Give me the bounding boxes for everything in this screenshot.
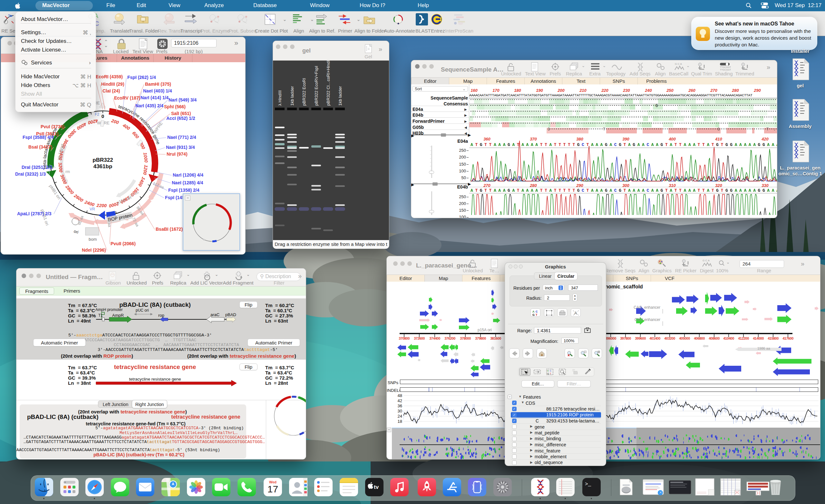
svg-text:1200: 1200 xyxy=(142,164,149,175)
svg-text:λ HindIII: λ HindIII xyxy=(278,90,282,106)
svg-text:tv: tv xyxy=(374,484,379,490)
svg-text:1kb ladder: 1kb ladder xyxy=(290,86,295,106)
svg-text:2600: 2600 xyxy=(73,193,84,203)
svg-text:C: C xyxy=(536,310,538,313)
svg-text:2200: 2200 xyxy=(96,203,107,208)
svg-text:T1: T1 xyxy=(98,313,103,318)
svg-text:2400: 2400 xyxy=(84,199,95,207)
svg-text:pBAD: pBAD xyxy=(225,312,236,317)
svg-text:rm: rm xyxy=(65,169,70,174)
svg-text:1000: 1000 xyxy=(142,152,149,163)
svg-text:G C A: G C A xyxy=(675,63,682,65)
svg-text:TTGCGGT: TTGCGGT xyxy=(720,66,731,68)
svg-text:>_: >_ xyxy=(585,482,591,487)
svg-text:pBR322 Cl…coRI+HindIII: pBR322 Cl…coRI+HindIII xyxy=(326,61,331,106)
svg-text:400: 400 xyxy=(122,123,131,131)
svg-text:pUC ori: pUC ori xyxy=(136,308,149,312)
svg-text:G C A: G C A xyxy=(702,259,709,262)
svg-text:4361bp: 4361bp xyxy=(93,163,112,169)
svg-text:pBR322 EcoRI: pBR322 EcoRI xyxy=(302,78,306,106)
svg-text:200: 200 xyxy=(110,118,120,125)
svg-text:1kb ladder: 1kb ladder xyxy=(338,86,343,106)
svg-text:17: 17 xyxy=(268,484,278,494)
svg-text:G: G xyxy=(547,372,549,375)
svg-text:600: 600 xyxy=(132,131,140,140)
svg-text:T: T xyxy=(536,313,537,316)
svg-text:bom: bom xyxy=(89,237,97,242)
svg-text:C: C xyxy=(550,370,551,372)
svg-text:3000: 3000 xyxy=(59,174,68,185)
svg-text:G: G xyxy=(532,313,535,316)
svg-text:AmpR: AmpR xyxy=(112,313,124,318)
svg-text:2800: 2800 xyxy=(64,184,75,195)
svg-text:0: 0 xyxy=(101,114,104,119)
svg-text:1400: 1400 xyxy=(137,176,146,187)
svg-text:A: A xyxy=(532,310,535,313)
svg-text:A: A xyxy=(574,311,577,315)
svg-text:F2: F2 xyxy=(95,112,99,117)
svg-text:TTGCGGT: TTGCGGT xyxy=(720,69,731,71)
svg-text:pBR322 EcoRV+FspI: pBR322 EcoRV+FspI xyxy=(314,66,319,106)
svg-text:3200: 3200 xyxy=(57,162,64,173)
svg-text:pBR322: pBR322 xyxy=(92,157,113,163)
svg-text:araC: araC xyxy=(211,312,219,317)
svg-text:AmpH promoter: AmpH promoter xyxy=(95,307,123,312)
svg-text:VR: VR xyxy=(90,207,95,211)
svg-text:A: A xyxy=(547,370,549,372)
svg-text:ori: ori xyxy=(73,229,79,235)
svg-text:T: T xyxy=(550,372,551,375)
